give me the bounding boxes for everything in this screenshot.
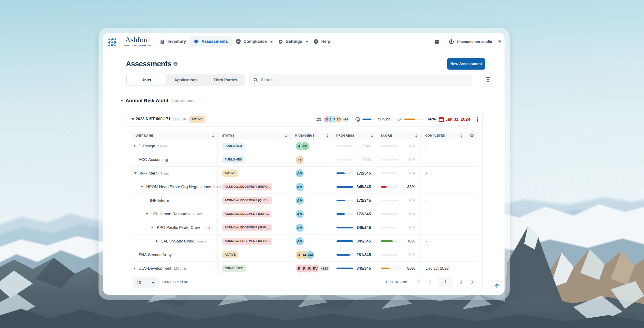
svg-text:?: ? bbox=[315, 40, 317, 43]
svg-text:?: ? bbox=[175, 62, 176, 65]
